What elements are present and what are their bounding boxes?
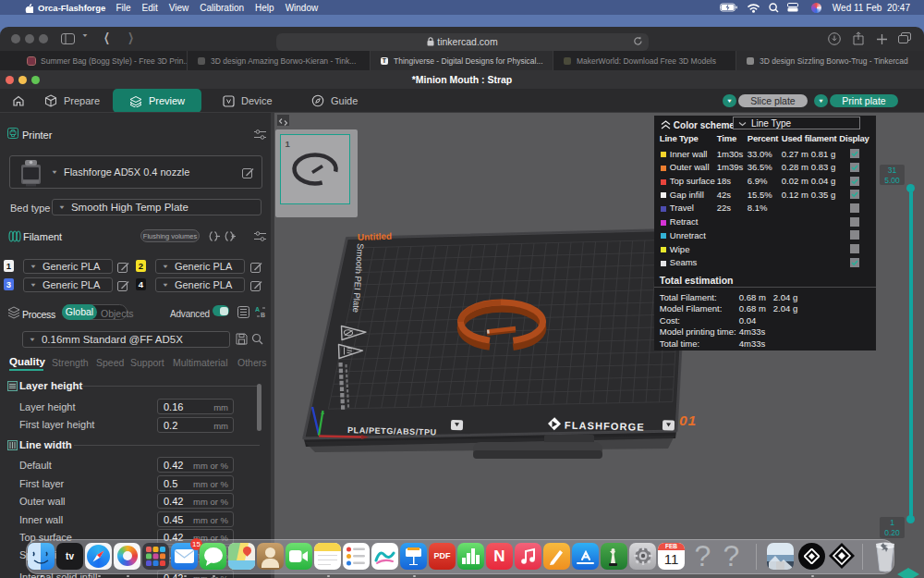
svg-text:FLASHFORGE: FLASHFORGE	[565, 419, 645, 432]
svg-text:A: A	[255, 306, 260, 313]
svg-text:01: 01	[679, 412, 697, 428]
svg-text:Untitled: Untitled	[358, 231, 393, 242]
svg-text:B: B	[261, 312, 265, 318]
